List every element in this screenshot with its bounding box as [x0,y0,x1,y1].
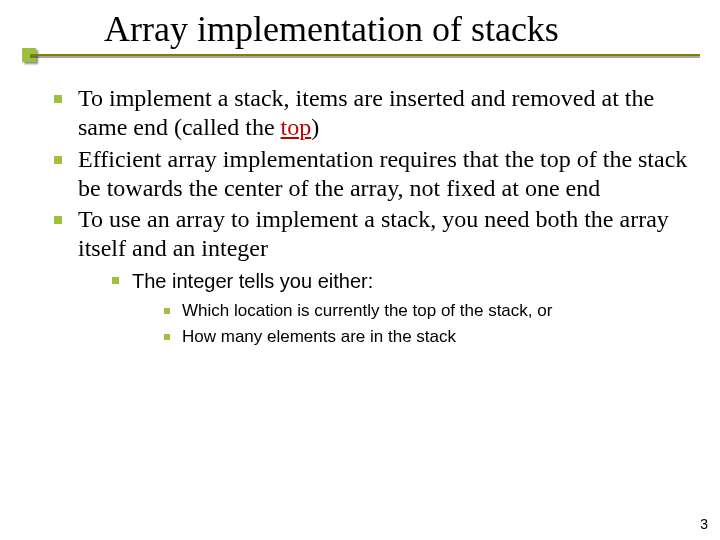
list-item: Which location is currently the top of t… [160,299,690,324]
bullet-text: To use an array to implement a stack, yo… [78,206,669,261]
list-item: To use an array to implement a stack, yo… [48,205,690,350]
title-container: Array implementation of stacks [104,8,700,56]
bullet-text: The integer tells you either: [132,270,373,292]
list-item: The integer tells you either: Which loca… [108,268,690,350]
body-content: To implement a stack, items are inserted… [48,84,690,354]
list-item: How many elements are in the stack [160,325,690,350]
bullet-text: Which location is currently the top of t… [182,301,552,320]
bullet-text: To implement a stack, items are inserted… [78,85,654,140]
list-item: Efficient array implementation requires … [48,145,690,204]
slide: Array implementation of stacks To implem… [0,0,720,540]
term-top: top [281,114,312,140]
slide-title: Array implementation of stacks [104,8,700,56]
list-item: To implement a stack, items are inserted… [48,84,690,143]
bullet-text: Efficient array implementation requires … [78,146,687,201]
bullet-list-level3: Which location is currently the top of t… [132,299,690,350]
bullet-text: How many elements are in the stack [182,327,456,346]
bullet-list-level2: The integer tells you either: Which loca… [78,268,690,350]
page-number: 3 [700,516,708,532]
bullet-text: ) [311,114,319,140]
bullet-list-level1: To implement a stack, items are inserted… [48,84,690,350]
